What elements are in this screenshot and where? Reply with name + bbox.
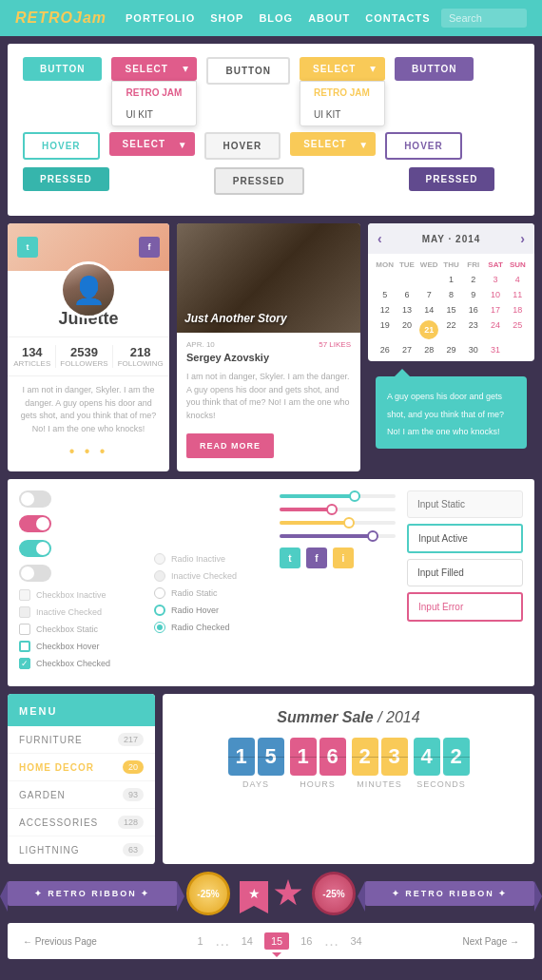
- cal-day-11[interactable]: 11: [507, 287, 529, 302]
- cal-day-19[interactable]: 19: [374, 317, 396, 342]
- dropdown-item-retrojam-pink[interactable]: RETRO JAM: [112, 82, 196, 104]
- badge-gold-left-text: -25%: [197, 889, 219, 899]
- nav-about[interactable]: ABOUT: [308, 12, 350, 24]
- cal-day-29[interactable]: 29: [440, 342, 462, 357]
- radio-static[interactable]: [154, 587, 165, 599]
- cal-day-17[interactable]: 17: [484, 302, 506, 317]
- page-1[interactable]: 1: [192, 932, 209, 950]
- minutes-digit-2: 3: [381, 738, 408, 776]
- nav-blog[interactable]: BLOG: [259, 12, 293, 24]
- cal-day-18[interactable]: 18: [507, 302, 529, 317]
- button-purple-hover[interactable]: HOVER: [385, 132, 462, 160]
- menu-item-lightning[interactable]: LIGHTNING 63: [8, 836, 155, 864]
- page-14[interactable]: 14: [236, 932, 259, 950]
- read-more-button[interactable]: READ MORE: [186, 433, 274, 458]
- cal-day-22[interactable]: 22: [440, 317, 462, 342]
- checkbox-inactive[interactable]: [19, 589, 30, 601]
- story-likes: 57 LIKES: [319, 340, 351, 349]
- radio-inactive-checked[interactable]: [154, 570, 165, 582]
- cal-day-23[interactable]: 23: [462, 317, 484, 342]
- toggle-inactive[interactable]: [19, 490, 51, 508]
- calendar-prev-icon[interactable]: ‹: [377, 231, 382, 246]
- button-purple-pressed[interactable]: PRESSED: [409, 167, 495, 191]
- cal-day-31[interactable]: 31: [484, 342, 506, 357]
- cal-day-15[interactable]: 15: [440, 302, 462, 317]
- input-filled[interactable]: [407, 559, 523, 586]
- radio-checked[interactable]: [154, 622, 165, 633]
- checkbox-checked[interactable]: ✓: [19, 658, 30, 669]
- cal-day-14[interactable]: 14: [418, 302, 440, 317]
- next-page-button[interactable]: Next Page →: [463, 936, 519, 947]
- cal-day-9[interactable]: 9: [462, 287, 484, 302]
- cal-day-5[interactable]: 5: [374, 287, 396, 302]
- badge-gold-right-text: -25%: [322, 889, 344, 899]
- dropdown-item-retrojam-yellow[interactable]: RETRO JAM: [300, 82, 384, 104]
- page-34[interactable]: 34: [344, 932, 367, 950]
- checkbox-static-label: Checkbox Static: [36, 625, 98, 634]
- cal-day-16[interactable]: 16: [462, 302, 484, 317]
- cal-day-6[interactable]: 6: [396, 287, 417, 302]
- cal-day-21[interactable]: 21: [418, 317, 440, 342]
- radio-hover[interactable]: [154, 605, 165, 616]
- cal-day-10[interactable]: 10: [484, 287, 506, 302]
- menu-item-accessories[interactable]: ACCESSORIES 128: [8, 809, 155, 836]
- cal-day-1[interactable]: 1: [440, 272, 462, 287]
- page-16[interactable]: 16: [295, 932, 318, 950]
- button-white-hover[interactable]: HOVER: [204, 132, 281, 160]
- checkbox-hover[interactable]: [19, 641, 30, 652]
- button-teal-pressed[interactable]: PRESSED: [23, 167, 109, 191]
- toggle-inactive-2[interactable]: [19, 565, 51, 582]
- input-error[interactable]: [407, 592, 523, 622]
- page-15-active[interactable]: 15: [264, 932, 289, 950]
- cal-day-24[interactable]: 24: [484, 317, 506, 342]
- menu-item-garden[interactable]: GARDEN 93: [8, 781, 155, 809]
- input-static[interactable]: [407, 490, 523, 518]
- cal-day-13[interactable]: 13: [396, 302, 417, 317]
- button-white[interactable]: BUTTON: [206, 57, 289, 85]
- prev-page-button[interactable]: ← Previous Page: [23, 936, 97, 947]
- button-teal-hover[interactable]: HOVER: [23, 132, 100, 160]
- brand-italic: Jam: [73, 10, 106, 26]
- checkbox-inactive-checked[interactable]: [19, 606, 30, 618]
- cal-day-7[interactable]: 7: [418, 287, 440, 302]
- ribbons-row: ✦ RETRO RIBBON ✦ -25% ★ -25% ✦ RETRO RIB…: [8, 872, 534, 915]
- dropdown-item-uikit-pink[interactable]: UI KIT: [112, 104, 196, 125]
- navbar-brand: RETROJam: [15, 10, 106, 27]
- cal-hdr-thu: THU: [440, 258, 462, 272]
- radio-col: Radio Inactive Inactive Checked Radio St…: [154, 490, 268, 675]
- chevron-up-icon: ▲: [368, 64, 377, 74]
- checkbox-static[interactable]: [19, 624, 30, 635]
- radio-inactive[interactable]: [154, 553, 165, 565]
- cal-day-30[interactable]: 30: [462, 342, 484, 357]
- menu-item-furniture[interactable]: FURNITURE 217: [8, 726, 155, 754]
- cal-day-2[interactable]: 2: [462, 272, 484, 287]
- toggles-col: Checkbox Inactive Inactive Checked Check…: [19, 490, 143, 675]
- input-active[interactable]: [407, 524, 523, 553]
- cal-day-27[interactable]: 27: [396, 342, 417, 357]
- days-label: DAYS: [242, 779, 269, 789]
- nav-contacts[interactable]: CONTACTS: [365, 12, 430, 24]
- social-facebook-icon[interactable]: f: [306, 548, 327, 568]
- calendar-next-icon[interactable]: ›: [520, 231, 525, 246]
- navbar-search-input[interactable]: [441, 9, 527, 28]
- toggle-active-teal[interactable]: [19, 540, 51, 557]
- toggle-active-pink[interactable]: [19, 515, 51, 532]
- cal-day-12[interactable]: 12: [374, 302, 396, 317]
- dropdown-item-uikit-yellow[interactable]: UI KIT: [300, 104, 384, 125]
- button-white-pressed[interactable]: PRESSED: [214, 167, 304, 195]
- cal-day-4[interactable]: 4: [507, 272, 529, 287]
- social-twitter-icon[interactable]: t: [280, 548, 300, 568]
- menu-item-home-decor[interactable]: HOME DECOR 20: [8, 754, 155, 781]
- cal-day-20[interactable]: 20: [396, 317, 417, 342]
- nav-portfolio[interactable]: PORTFOLIO: [126, 12, 195, 24]
- cal-day-25[interactable]: 25: [507, 317, 529, 342]
- social-instagram-icon[interactable]: i: [333, 548, 354, 568]
- cal-day-26[interactable]: 26: [374, 342, 396, 357]
- menu-header-text: MENU: [19, 705, 57, 717]
- nav-shop[interactable]: SHOP: [210, 12, 243, 24]
- cal-day-8[interactable]: 8: [440, 287, 462, 302]
- cal-day-3[interactable]: 3: [484, 272, 506, 287]
- button-purple[interactable]: BUTTON: [395, 57, 474, 81]
- cal-day-28[interactable]: 28: [418, 342, 440, 357]
- button-teal[interactable]: BUTTON: [23, 57, 102, 81]
